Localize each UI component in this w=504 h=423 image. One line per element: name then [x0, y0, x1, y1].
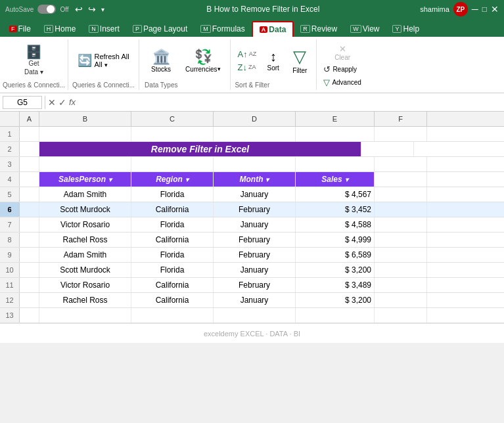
cell-a2[interactable]	[20, 142, 39, 156]
cell-f11[interactable]	[375, 278, 427, 292]
region-dropdown-icon[interactable]: ▾	[185, 176, 189, 183]
cell-reference[interactable]	[3, 96, 42, 109]
tab-formulas[interactable]: M Formulas	[194, 21, 252, 37]
stocks-button[interactable]: 🏛️ Stocks	[145, 47, 177, 74]
sort-az-button[interactable]: A↑ AZ	[235, 49, 259, 60]
cell-b3[interactable]	[39, 157, 131, 171]
cell-e12[interactable]: $ 3,200	[296, 293, 375, 307]
tab-view[interactable]: W View	[344, 21, 386, 37]
formula-input[interactable]	[78, 97, 501, 108]
cell-a9[interactable]	[20, 248, 39, 262]
sort-button[interactable]: ↕️ Sort	[262, 48, 285, 73]
cell-c1[interactable]	[131, 127, 214, 141]
redo-button[interactable]: ↪	[86, 3, 98, 15]
window-close[interactable]: ✕	[491, 4, 499, 14]
cell-b8[interactable]: Rachel Ross	[39, 233, 131, 247]
cell-c13[interactable]	[131, 308, 214, 323]
header-salesperson[interactable]: SalesPerson ▾	[39, 172, 131, 187]
cell-a11[interactable]	[20, 278, 39, 292]
cell-a12[interactable]	[20, 293, 39, 307]
cell-c9[interactable]: Florida	[131, 248, 214, 262]
header-sales[interactable]: Sales ▾	[296, 172, 375, 187]
cell-f2[interactable]	[361, 142, 414, 156]
cell-f3[interactable]	[375, 157, 427, 171]
cell-a4[interactable]	[20, 172, 39, 187]
refresh-all-button[interactable]: 🔄 Refresh All All ▾	[75, 52, 131, 69]
cell-f12[interactable]	[375, 293, 427, 307]
cell-e13[interactable]	[296, 308, 375, 323]
cell-e11[interactable]: $ 3,489	[296, 278, 375, 292]
cell-a5[interactable]	[20, 187, 39, 202]
cell-e10[interactable]: $ 3,200	[296, 263, 375, 277]
currencies-button[interactable]: 💱 Currencies ▾	[181, 47, 225, 74]
tab-help[interactable]: Y Help	[386, 21, 426, 37]
get-data-button[interactable]: 🗄️ Get Data ▾	[20, 44, 47, 77]
cell-a10[interactable]	[20, 263, 39, 277]
cell-e6[interactable]: $ 3,452	[296, 202, 375, 217]
cell-a8[interactable]	[20, 233, 39, 247]
cell-e7[interactable]: $ 4,588	[296, 217, 375, 232]
cell-d6[interactable]: February	[214, 202, 296, 217]
cell-d9[interactable]: February	[214, 248, 296, 262]
cell-b7[interactable]: Victor Rosario	[39, 217, 131, 232]
reapply-button[interactable]: ↺ Reapply	[321, 64, 363, 75]
cell-d12[interactable]: January	[214, 293, 296, 307]
cell-d5[interactable]: January	[214, 187, 296, 202]
cell-b13[interactable]	[39, 308, 131, 323]
tab-insert[interactable]: N Insert	[82, 21, 126, 37]
quick-access-button[interactable]: ▾	[99, 3, 106, 15]
cell-c8[interactable]: California	[131, 233, 214, 247]
window-minimize[interactable]: ─	[472, 4, 478, 14]
cell-d13[interactable]	[214, 308, 296, 323]
header-month[interactable]: Month ▾	[214, 172, 296, 187]
cell-d11[interactable]: February	[214, 278, 296, 292]
cell-c12[interactable]: California	[131, 293, 214, 307]
tab-home[interactable]: H Home	[37, 21, 83, 37]
cell-d3[interactable]	[214, 157, 296, 171]
cell-a13[interactable]	[20, 308, 39, 323]
cell-d1[interactable]	[214, 127, 296, 141]
sales-dropdown-icon[interactable]: ▾	[345, 176, 348, 183]
autosave-toggle[interactable]	[37, 5, 56, 14]
cell-f4[interactable]	[375, 172, 427, 187]
cell-e3[interactable]	[296, 157, 375, 171]
tab-file[interactable]: F File	[3, 21, 37, 37]
cell-f1[interactable]	[375, 127, 427, 141]
cell-f13[interactable]	[375, 308, 427, 323]
cell-b10[interactable]: Scott Murdock	[39, 263, 131, 277]
cell-a7[interactable]	[20, 217, 39, 232]
filter-button[interactable]: ▽ Filter	[287, 45, 312, 76]
confirm-formula-icon[interactable]: ✓	[58, 97, 66, 108]
cell-b11[interactable]: Victor Rosario	[39, 278, 131, 292]
cell-e5[interactable]: $ 4,567	[296, 187, 375, 202]
cell-d8[interactable]: February	[214, 233, 296, 247]
cell-d10[interactable]: January	[214, 263, 296, 277]
cell-c5[interactable]: Florida	[131, 187, 214, 202]
cell-b9[interactable]: Adam Smith	[39, 248, 131, 262]
advanced-button[interactable]: ▽ Advanced	[321, 77, 363, 88]
cell-a6[interactable]	[20, 202, 39, 217]
header-region[interactable]: Region ▾	[131, 172, 214, 187]
tab-page-layout[interactable]: P Page Layout	[126, 21, 194, 37]
cell-e1[interactable]	[296, 127, 375, 141]
cell-title[interactable]: Remove Filter in Excel	[39, 142, 361, 156]
window-maximize[interactable]: □	[482, 5, 487, 14]
cell-e9[interactable]: $ 6,589	[296, 248, 375, 262]
cell-c7[interactable]: Florida	[131, 217, 214, 232]
cell-b5[interactable]: Adam Smith	[39, 187, 131, 202]
cell-f7[interactable]	[375, 217, 427, 232]
cell-a3[interactable]	[20, 157, 39, 171]
cell-f5[interactable]	[375, 187, 427, 202]
cell-a1[interactable]	[20, 127, 39, 141]
cell-f10[interactable]	[375, 263, 427, 277]
cell-e8[interactable]: $ 4,999	[296, 233, 375, 247]
cell-c10[interactable]: Florida	[131, 263, 214, 277]
cell-c6[interactable]: California	[131, 202, 214, 217]
insert-function-icon[interactable]: fx	[69, 97, 76, 108]
cell-b1[interactable]	[39, 127, 131, 141]
undo-button[interactable]: ↩	[73, 3, 85, 15]
cell-d7[interactable]: January	[214, 217, 296, 232]
cell-c3[interactable]	[131, 157, 214, 171]
sort-za-button[interactable]: Z↓ ZA	[235, 62, 259, 73]
cell-f8[interactable]	[375, 233, 427, 247]
